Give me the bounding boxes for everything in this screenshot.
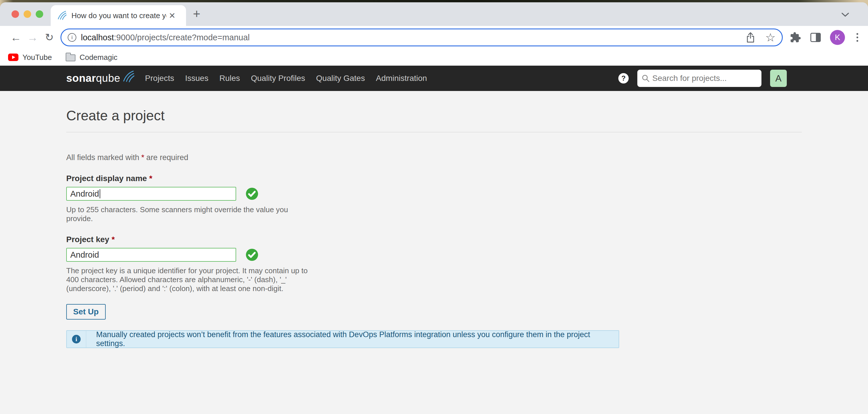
text-caret <box>100 189 100 198</box>
address-bar-actions: ☆ <box>746 32 776 43</box>
minimize-window-button[interactable] <box>24 10 31 18</box>
nav-right: ? A <box>618 70 787 87</box>
side-panel-icon[interactable] <box>810 33 821 42</box>
youtube-icon <box>8 54 19 61</box>
info-banner: i Manually created projects won’t benefi… <box>66 330 619 348</box>
project-key-input[interactable]: Android <box>66 248 236 262</box>
banner-icon-cell: i <box>67 331 86 348</box>
help-icon[interactable]: ? <box>618 73 629 84</box>
bookmark-label: YouTube <box>23 53 52 62</box>
bookmark-star-icon[interactable]: ☆ <box>765 32 776 43</box>
bookmark-label: Codemagic <box>80 53 118 62</box>
extensions-icon[interactable] <box>790 32 801 43</box>
info-icon: i <box>72 335 81 344</box>
url-host: localhost <box>81 33 114 42</box>
sonarqube-logo[interactable]: sonarqube <box>66 72 135 84</box>
nav-item-quality-profiles[interactable]: Quality Profiles <box>251 74 305 83</box>
back-button[interactable]: ← <box>7 32 24 43</box>
project-key-row: Android <box>66 248 868 262</box>
banner-message: Manually created projects won’t benefit … <box>86 331 619 348</box>
required-asterisk: * <box>112 235 115 244</box>
browser-profile-avatar[interactable]: K <box>830 30 845 45</box>
browser-menu-icon[interactable] <box>854 33 861 42</box>
bookmark-youtube[interactable]: YouTube <box>8 53 52 62</box>
address-bar[interactable]: i localhost:9000/projects/create?mode=ma… <box>60 29 783 46</box>
display-name-help: Up to 255 characters. Some scanners migh… <box>66 205 868 223</box>
zoom-window-button[interactable] <box>36 10 43 18</box>
new-tab-button[interactable]: + <box>193 7 200 20</box>
required-asterisk: * <box>149 174 152 183</box>
user-avatar[interactable]: A <box>770 70 787 87</box>
project-search <box>637 70 762 87</box>
bookmarks-bar: YouTube Codemagic <box>0 49 868 66</box>
logo-sonar: sonar <box>66 72 96 84</box>
window-controls <box>11 10 43 18</box>
share-icon[interactable] <box>746 32 755 43</box>
reload-button[interactable]: ↻ <box>41 32 58 42</box>
valid-check-icon <box>245 187 259 200</box>
nav-item-rules[interactable]: Rules <box>219 74 240 83</box>
browser-window: How do you want to create you ✕ + ← → ↻ … <box>0 2 868 414</box>
required-note-suffix: are required <box>146 153 188 162</box>
sonarqube-navbar: sonarqube Projects Issues Rules Quality … <box>0 66 868 91</box>
nav-item-administration[interactable]: Administration <box>376 74 427 83</box>
input-value: Android <box>70 250 99 260</box>
site-info-icon[interactable]: i <box>68 33 76 42</box>
create-project-page: Create a project All fields marked with*… <box>0 91 868 414</box>
close-window-button[interactable] <box>11 10 19 18</box>
required-asterisk: * <box>142 153 145 162</box>
sonar-waves-icon <box>122 70 135 83</box>
nav-links: Projects Issues Rules Quality Profiles Q… <box>145 74 427 83</box>
browser-toolbar: ← → ↻ i localhost:9000/projects/create?m… <box>0 26 868 49</box>
tab-search-chevron-icon[interactable] <box>841 12 849 17</box>
url-path: :9000/projects/create?mode=manual <box>114 33 250 42</box>
project-key-label: Project key* <box>66 235 868 245</box>
set-up-button[interactable]: Set Up <box>66 304 106 320</box>
folder-icon <box>66 55 75 61</box>
tab-title: How do you want to create you <box>71 11 166 20</box>
search-input[interactable] <box>637 70 762 87</box>
display-name-row: Android <box>66 187 868 201</box>
bookmark-folder-codemagic[interactable]: Codemagic <box>66 53 118 62</box>
tab-strip: How do you want to create you ✕ + <box>0 2 868 26</box>
input-value: Android <box>70 189 99 199</box>
tab-close-icon[interactable]: ✕ <box>169 11 175 21</box>
logo-text: sonarqube <box>66 72 120 84</box>
nav-item-quality-gates[interactable]: Quality Gates <box>316 74 365 83</box>
sonarqube-favicon-icon <box>57 11 67 21</box>
url-text: localhost:9000/projects/create?mode=manu… <box>81 33 742 42</box>
label-text: Project display name <box>66 174 147 183</box>
display-name-label: Project display name* <box>66 173 868 183</box>
project-key-help: The project key is a unique identifier f… <box>66 266 868 293</box>
page-title: Create a project <box>66 108 868 124</box>
forward-button[interactable]: → <box>24 32 41 43</box>
valid-check-icon <box>245 248 259 261</box>
display-name-input[interactable]: Android <box>66 187 236 201</box>
label-text: Project key <box>66 235 109 244</box>
nav-item-projects[interactable]: Projects <box>145 74 174 83</box>
nav-item-issues[interactable]: Issues <box>185 74 209 83</box>
title-divider <box>66 132 802 132</box>
logo-qube: qube <box>96 72 120 84</box>
toolbar-right: K <box>790 30 861 45</box>
required-fields-note: All fields marked with*are required <box>66 153 868 162</box>
search-icon <box>641 74 650 83</box>
required-note-prefix: All fields marked with <box>66 153 140 162</box>
browser-tab[interactable]: How do you want to create you ✕ <box>51 5 186 26</box>
